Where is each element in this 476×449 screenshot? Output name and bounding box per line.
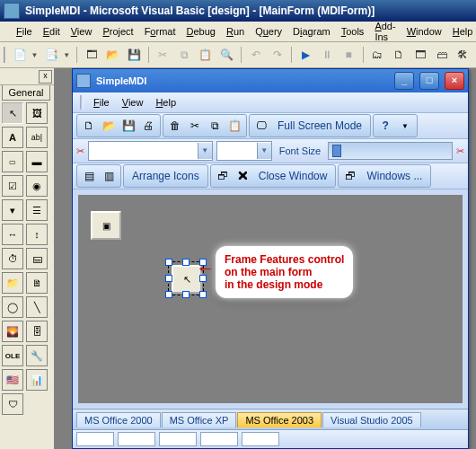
frame-tool[interactable]: ▭ xyxy=(2,151,23,172)
custom-tool-1[interactable]: 🔧 xyxy=(26,345,48,366)
dropdown-icon[interactable]: ▼ xyxy=(257,143,271,159)
form-layout-button[interactable]: 🗖 xyxy=(410,44,429,66)
custom-tool-4[interactable]: 🛡 xyxy=(2,393,23,415)
menu-file[interactable]: File xyxy=(11,24,38,39)
tab-vs2005[interactable]: Visual Studio 2005 xyxy=(322,412,421,427)
tile-h-button[interactable]: ▤ xyxy=(80,167,98,185)
tab-office2003[interactable]: MS Office 2003 xyxy=(237,412,322,427)
menu-window[interactable]: Window xyxy=(401,24,447,39)
optionbutton-tool[interactable]: ◉ xyxy=(26,175,48,197)
custom-tool-3[interactable]: 📊 xyxy=(26,369,48,391)
menu-tools[interactable]: Tools xyxy=(336,24,370,39)
fullscreen-button[interactable]: Full Screen Mode xyxy=(272,117,367,135)
tab-office2000[interactable]: MS Office 2000 xyxy=(76,412,161,427)
add-item-button[interactable]: 📑 xyxy=(42,44,61,66)
child-menu-file[interactable]: File xyxy=(87,95,116,110)
redo-button[interactable]: ↷ xyxy=(268,44,286,66)
resize-handle-n[interactable] xyxy=(182,259,190,266)
grip-icon[interactable] xyxy=(4,47,6,63)
resize-handle-w[interactable] xyxy=(165,275,172,282)
break-button[interactable]: ⏸ xyxy=(318,44,337,66)
toolbox-button[interactable]: 🛠 xyxy=(454,44,472,66)
arrange-icons-button[interactable]: Arrange Icons xyxy=(127,167,205,185)
windows-button[interactable]: Windows ... xyxy=(361,167,428,185)
ole-tool[interactable]: OLE xyxy=(2,345,23,366)
find-button[interactable]: 🔍 xyxy=(217,44,236,66)
menu-diagram[interactable]: Diagram xyxy=(287,24,336,39)
paste-button[interactable]: 📋 xyxy=(225,117,243,135)
start-button[interactable]: ▶ xyxy=(296,44,315,66)
close-window-button[interactable]: Close Window xyxy=(253,167,333,185)
cascade-button[interactable]: 🗗 xyxy=(214,167,232,185)
open-button[interactable]: 📂 xyxy=(103,44,122,66)
copy-button[interactable]: ⧉ xyxy=(175,44,194,66)
textbox-tool[interactable]: ab| xyxy=(26,127,48,148)
help-dropdown[interactable]: ▼ xyxy=(396,117,414,135)
label-tool[interactable]: A xyxy=(2,127,23,148)
resize-handle-se[interactable] xyxy=(199,291,207,298)
menu-edit[interactable]: Edit xyxy=(38,24,66,39)
menu-editor-button[interactable]: 🗔 xyxy=(82,44,101,66)
save-button[interactable]: 💾 xyxy=(119,117,137,135)
combobox-tool[interactable]: ▾ xyxy=(2,199,23,221)
minimize-button[interactable]: _ xyxy=(394,72,414,90)
filelistbox-tool[interactable]: 🗎 xyxy=(26,272,48,294)
timer-tool[interactable]: ⏱ xyxy=(2,248,23,269)
grip-icon[interactable] xyxy=(80,95,84,110)
cut-button-2[interactable]: ✂ xyxy=(76,145,84,157)
resize-handle-s[interactable] xyxy=(182,291,190,298)
dirlistbox-tool[interactable]: 📁 xyxy=(2,272,23,294)
drivelistbox-tool[interactable]: 🖴 xyxy=(26,248,48,269)
menu-run[interactable]: Run xyxy=(221,24,250,39)
new-button[interactable]: 🗋 xyxy=(80,117,98,135)
dropdown-icon[interactable]: ▼ xyxy=(63,51,70,59)
picturebox-tool[interactable]: 🖼 xyxy=(26,102,48,124)
child-titlebar[interactable]: SimpleMDI _ □ × xyxy=(73,69,468,92)
menu-query[interactable]: Query xyxy=(250,24,287,39)
vscrollbar-tool[interactable]: ↕ xyxy=(26,224,48,245)
end-button[interactable]: ■ xyxy=(339,44,358,66)
dropdown-icon[interactable]: ▼ xyxy=(31,51,38,59)
cut-button-3[interactable]: ✂ xyxy=(456,145,464,157)
dropdown-icon[interactable]: ▼ xyxy=(198,143,212,159)
shape-tool[interactable]: ◯ xyxy=(2,296,23,318)
menu-help[interactable]: Help xyxy=(447,24,476,39)
cut-button[interactable]: ✂ xyxy=(154,44,172,66)
data-tool[interactable]: 🗄 xyxy=(26,321,48,342)
add-project-button[interactable]: 📄 xyxy=(11,44,30,66)
line-tool[interactable]: ╲ xyxy=(26,296,48,318)
hscrollbar-tool[interactable]: ↔ xyxy=(2,224,23,245)
menu-addins[interactable]: Add-Ins xyxy=(369,19,401,44)
child-menu-help[interactable]: Help xyxy=(149,95,182,110)
form-designer[interactable]: ▣ ↖ xyxy=(78,195,463,403)
close-button[interactable]: × xyxy=(445,72,464,90)
tab-officexp[interactable]: MS Office XP xyxy=(162,412,237,427)
save-button[interactable]: 💾 xyxy=(125,44,144,66)
menu-view[interactable]: View xyxy=(66,24,98,39)
cut-button[interactable]: ✂ xyxy=(186,117,204,135)
menu-debug[interactable]: Debug xyxy=(181,24,220,39)
font-name-combo[interactable]: ▼ xyxy=(88,141,213,161)
toolbox-general-tab[interactable]: General xyxy=(2,85,50,101)
project-explorer-button[interactable]: 🗂 xyxy=(367,44,386,66)
properties-button[interactable]: 🗋 xyxy=(389,44,408,66)
font-size-slider[interactable] xyxy=(328,142,453,160)
object-browser-button[interactable]: 🗃 xyxy=(432,44,451,66)
open-button[interactable]: 📂 xyxy=(100,117,118,135)
commandbutton-tool[interactable]: ▬ xyxy=(26,151,48,172)
slider-thumb[interactable] xyxy=(332,145,341,157)
resize-handle-nw[interactable] xyxy=(165,259,172,266)
close-doc-button[interactable]: 🗑 xyxy=(166,117,184,135)
toolbox-close-button[interactable]: x xyxy=(39,70,52,84)
menu-format[interactable]: Format xyxy=(139,24,181,39)
resize-handle-sw[interactable] xyxy=(165,291,172,298)
checkbox-tool[interactable]: ☑ xyxy=(2,175,23,197)
undo-button[interactable]: ↶ xyxy=(246,44,265,66)
listbox-tool[interactable]: ☰ xyxy=(26,199,48,221)
menu-project[interactable]: Project xyxy=(97,24,138,39)
copy-button[interactable]: ⧉ xyxy=(206,117,224,135)
font-size-combo[interactable]: ▼ xyxy=(216,141,272,161)
pointer-tool[interactable]: ↖ xyxy=(2,102,23,124)
tile-v-button[interactable]: ▥ xyxy=(100,167,118,185)
maximize-button[interactable]: □ xyxy=(419,72,439,90)
